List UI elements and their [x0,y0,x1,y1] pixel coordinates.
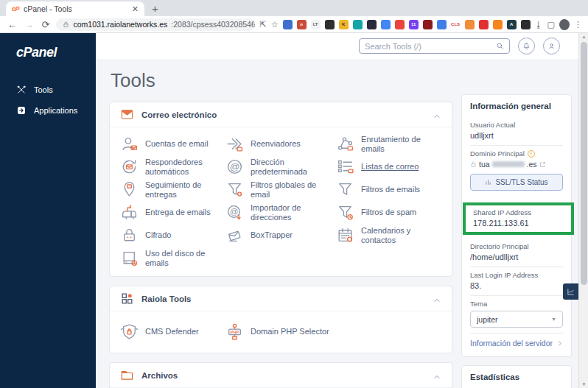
chevron-up-icon[interactable] [433,371,441,380]
extension-icon[interactable] [521,20,531,29]
theme-value: jupiter [477,315,498,324]
home-directory-field: Directorio Principal /home/udlljxrt [470,239,563,267]
extension-icon[interactable] [367,20,377,29]
tool-autoresponders[interactable]: Respondedores automáticos [120,155,225,178]
envelope-icon [120,107,134,121]
extension-icon[interactable] [325,20,335,29]
tool-email-routing[interactable]: Enrutamiento de emails [336,133,441,155]
tab-close-icon[interactable]: ✕ [132,4,139,14]
section-header-files[interactable]: Archivos [110,363,452,388]
back-icon[interactable]: ← [6,19,18,30]
tool-cms-defender[interactable]: CMS Defender [120,317,225,346]
tool-email-accounts[interactable]: Cuentas de email [120,133,225,155]
applications-icon [16,105,27,116]
notifications-button[interactable] [518,38,535,54]
extension-icon[interactable]: n [297,20,307,29]
side-panel-icon[interactable]: ▢ [547,20,555,29]
chevron-up-icon[interactable] [433,294,441,303]
user-menu-button[interactable] [543,38,560,54]
svg-text:@: @ [230,161,240,172]
bookmark-star-icon[interactable]: ☆ [271,20,279,29]
share-icon[interactable]: ⇱ [259,20,266,29]
url-path: :2083/cpsess4032085462/frontend/jupiter/… [171,20,255,29]
tool-domain-php-selector[interactable]: PHP Domain PHP Selector [225,317,336,346]
tool-encryption[interactable]: Cifrado [120,224,225,247]
tool-label: Respondedores automáticos [145,158,225,175]
sidebar-item-applications[interactable]: Applications [0,100,96,121]
browser-toolbar: ← → ⟳ com1031.raiolanetworks.es:2083/cps… [0,16,588,33]
domain-row[interactable]: tua .es [470,160,563,169]
new-tab-button[interactable]: + [152,2,158,15]
theme-select[interactable]: jupiter ▼ [470,311,563,328]
folder-icon [120,368,134,382]
tool-mailing-lists[interactable]: Listas de correo [336,155,441,178]
extension-icon[interactable] [283,20,293,29]
main-column: Tools Correo electrónico Cuentas de emai… [109,59,452,388]
tool-label: Uso del disco de emails [145,249,225,267]
tool-email-deliverability[interactable]: Entrega de emails [120,201,225,224]
server-info-link[interactable]: Información del servidor [470,334,563,350]
tool-label: Calendarios y contactos [361,226,441,244]
tool-calendars-contacts[interactable]: Calendarios y contactos [336,224,441,247]
global-email-filters-icon [225,180,244,199]
extension-icon[interactable] [479,20,489,29]
tool-label: Dirección predeterminada [251,158,336,175]
tool-email-filters[interactable]: Filtros de emails [336,178,441,201]
section-header-raiola[interactable]: Raiola Tools [110,286,452,311]
tab-title: cPanel - Tools [24,4,127,13]
main-domain-field: Dominio Principal! tua .es SSL/TLS Statu… [470,146,563,199]
tool-email-disk-usage[interactable]: Uso del disco de emails [120,247,225,269]
section-raiola-tools: Raiola Tools CMS Defender PHP Domain PHP… [109,286,452,353]
extension-icon[interactable] [381,20,391,29]
tool-boxtrapper[interactable]: BoxTrapper [225,224,336,247]
downloads-icon[interactable]: ⭳ [535,20,543,29]
email-tools-grid: Cuentas de email Reenviadores Enrutamien… [110,127,452,276]
tool-label: Reenviadores [251,139,301,148]
extension-icon[interactable] [423,20,433,29]
svg-text:@: @ [230,207,239,216]
tool-address-importer[interactable]: @ Importador de direcciones [225,201,336,224]
page-scrollbar[interactable]: ▲ ▼ [578,33,588,388]
ssl-tls-status-button[interactable]: SSL/TLS Status [470,174,563,191]
browser-profile-avatar[interactable] [559,19,570,30]
url-bar[interactable]: com1031.raiolanetworks.es:2083/cpsess403… [56,18,255,31]
warning-icon[interactable]: ! [528,150,535,158]
analytics-floating-button[interactable] [563,283,578,300]
extension-icon[interactable]: 11 [409,20,419,29]
search-box[interactable] [359,38,510,54]
tool-track-delivery[interactable]: Seguimiento de entregas [120,178,225,201]
cpanel-page: cPanel Tools Applications To [0,33,588,388]
scroll-down-arrow-icon[interactable]: ▼ [579,382,588,387]
extension-icon[interactable] [493,20,503,29]
browser-tab[interactable]: cP cPanel - Tools ✕ [6,1,144,16]
reload-icon[interactable]: ⟳ [40,19,52,30]
extension-icon[interactable]: LT [311,20,321,29]
home-directory-value: /home/udlljxrt [470,253,563,261]
chevron-up-icon[interactable] [433,110,441,119]
extension-icon[interactable]: K [339,20,349,29]
app-body: Tools Correo electrónico Cuentas de emai… [96,33,588,388]
extension-icon[interactable]: A [507,20,517,29]
extension-icon[interactable] [353,20,363,29]
scroll-up-arrow-icon[interactable]: ▲ [579,35,588,39]
domain-text-end: .es [527,160,537,169]
extension-icon[interactable] [437,20,447,29]
scrollbar-thumb[interactable] [581,42,587,285]
domain-redacted [492,161,525,167]
forward-icon[interactable]: → [23,19,35,30]
extension-icon[interactable]: CLS [451,20,461,29]
tool-spam-filters[interactable]: Filtros de spam [336,201,441,224]
extension-icon[interactable] [465,20,475,29]
sidebar-item-tools[interactable]: Tools [0,80,96,100]
search-input[interactable] [365,42,491,51]
shared-ip-highlight: Shared IP Address 178.211.133.61 [463,202,574,235]
tool-global-email-filters[interactable]: Filtros globales de email [225,178,336,201]
info-sidebar: Información general Usuario Actual udllj… [461,94,572,388]
email-deliverability-icon [120,203,139,222]
section-header-email[interactable]: Correo electrónico [110,102,452,127]
browser-menu-icon[interactable]: ⋮ [574,20,582,29]
extension-icon[interactable] [395,20,405,29]
tool-default-address[interactable]: @ Dirección predeterminada [225,155,336,178]
tool-forwarders[interactable]: Reenviadores [225,133,336,155]
address-importer-icon: @ [225,203,244,222]
